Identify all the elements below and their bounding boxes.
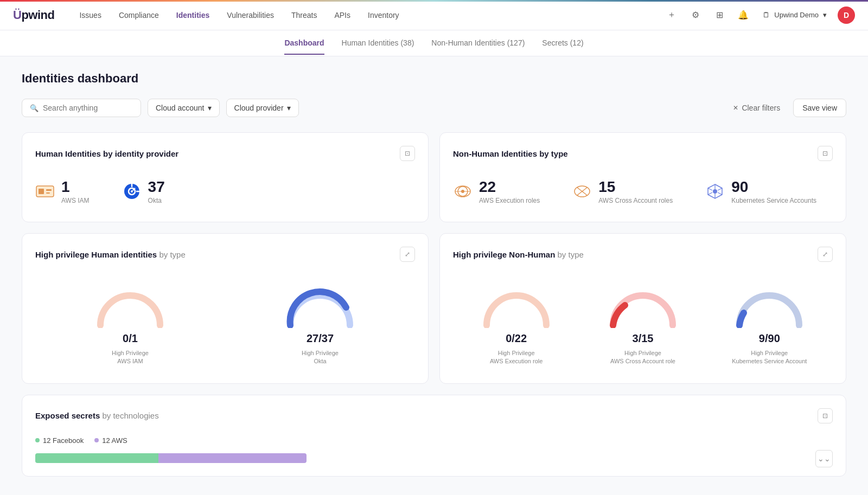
- aws-exec-count: 22 AWS Execution roles: [453, 178, 540, 204]
- aws-iam-gauge: 0/1 High PrivilegeAWS IAM: [92, 279, 168, 366]
- aws-legend-item: 12 AWS: [94, 436, 127, 445]
- k8s-gauge-label: High PrivilegeKubernetes Service Account: [732, 349, 807, 366]
- svg-rect-3: [46, 192, 50, 194]
- aws-exec-label: AWS Execution roles: [479, 197, 540, 204]
- search-input-wrapper[interactable]: 🔍: [22, 99, 141, 117]
- settings-icon[interactable]: ⚙: [687, 7, 704, 24]
- save-view-button[interactable]: Save view: [793, 99, 846, 117]
- k8s-icon: [705, 182, 725, 201]
- scroll-down-button[interactable]: ⌄⌄: [815, 450, 833, 467]
- main-content: Identities dashboard 🔍 Cloud account ▾ C…: [0, 56, 868, 492]
- exposed-secrets-subtitle: by technologies: [102, 411, 158, 420]
- nav-issues[interactable]: Issues: [72, 7, 108, 24]
- cloud-account-label: Cloud account: [156, 104, 205, 112]
- notifications-icon[interactable]: 🔔: [735, 7, 752, 24]
- main-nav: Issues Compliance Identities Vulnerabili…: [72, 7, 663, 24]
- chevron-down-icon: ▾: [823, 11, 827, 19]
- avatar[interactable]: D: [838, 7, 855, 24]
- human-identities-card-title: Human Identities by identity provider: [35, 149, 178, 158]
- k8s-label: Kubernetes Service Accounts: [731, 197, 816, 204]
- search-icon: 🔍: [30, 104, 39, 112]
- chevron-down-icon: ▾: [208, 104, 212, 112]
- k8s-number: 90: [731, 178, 816, 196]
- high-privilege-human-subtitle: by type: [159, 250, 185, 259]
- filters-right: ✕ Clear filters Save view: [726, 99, 846, 117]
- k8s-gauge-svg: [731, 279, 807, 328]
- card-header: Exposed secrets by technologies ⊡: [35, 408, 833, 423]
- tab-human-identities[interactable]: Human Identities (38): [342, 32, 414, 55]
- aws-iam-gauge-label: High PrivilegeAWS IAM: [112, 349, 149, 366]
- okta-count-info: 37 Okta: [148, 178, 165, 204]
- nav-apis[interactable]: APIs: [327, 7, 358, 24]
- card-header: Human Identities by identity provider ⊡: [35, 146, 415, 161]
- okta-gauge-value: 27/37: [307, 332, 334, 345]
- aws-exec-gauge-svg: [478, 279, 554, 328]
- svg-line-18: [718, 192, 722, 195]
- svg-line-17: [718, 188, 722, 190]
- clear-filters-label: Clear filters: [742, 104, 780, 112]
- k8s-count: 90 Kubernetes Service Accounts: [705, 178, 816, 204]
- okta-gauge-label: High PrivilegeOkta: [302, 349, 339, 366]
- okta-gauge-svg: [282, 279, 358, 328]
- page-title: Identities dashboard: [22, 72, 846, 86]
- aws-cross-icon: [572, 182, 592, 201]
- aws-cross-label: AWS Cross Account roles: [598, 197, 673, 204]
- facebook-bar-segment: [35, 453, 158, 463]
- facebook-legend-dot: [35, 438, 40, 442]
- nav-compliance[interactable]: Compliance: [111, 7, 167, 24]
- aws-exec-gauge-label: High PrivilegeAWS Execution role: [490, 349, 542, 366]
- user-menu[interactable]: 🗒 Upwind Demo ▾: [758, 9, 831, 21]
- aws-iam-label: AWS IAM: [61, 197, 90, 204]
- cloud-account-filter[interactable]: Cloud account ▾: [148, 99, 220, 117]
- aws-iam-gauge-value: 0/1: [123, 332, 138, 345]
- okta-label: Okta: [148, 197, 165, 204]
- expand-icon[interactable]: ⊡: [818, 146, 833, 161]
- aws-exec-icon: [453, 182, 473, 201]
- aws-bar-segment: [158, 453, 307, 463]
- human-identity-counts: 1 AWS IAM: [35, 174, 415, 209]
- aws-cross-count-info: 15 AWS Cross Account roles: [598, 178, 673, 204]
- non-human-gauges-row: 0/22 High PrivilegeAWS Execution role 3/…: [453, 275, 833, 370]
- aws-iam-count-info: 1 AWS IAM: [61, 178, 90, 204]
- layout-icon[interactable]: ⊞: [711, 7, 728, 24]
- search-input[interactable]: [43, 104, 133, 112]
- tab-secrets[interactable]: Secrets (12): [542, 32, 583, 55]
- expand-icon[interactable]: ⊡: [400, 146, 415, 161]
- facebook-legend-item: 12 Facebook: [35, 436, 84, 445]
- aws-iam-icon: [35, 182, 55, 201]
- aws-cross-count: 15 AWS Cross Account roles: [572, 178, 673, 204]
- expand-icon[interactable]: ⤢: [818, 247, 833, 262]
- okta-count: 37 Okta: [122, 178, 165, 204]
- aws-legend-label: 12 AWS: [102, 436, 127, 445]
- okta-gauge: 27/37 High PrivilegeOkta: [282, 279, 358, 366]
- secrets-legend: 12 Facebook 12 AWS: [35, 436, 833, 445]
- aws-cross-gauge-svg: [605, 279, 681, 328]
- expand-icon[interactable]: ⊡: [818, 408, 833, 423]
- tab-dashboard[interactable]: Dashboard: [284, 32, 324, 55]
- nav-vulnerabilities[interactable]: Vulnerabilities: [219, 7, 282, 24]
- aws-cross-number: 15: [598, 178, 673, 196]
- svg-rect-2: [46, 189, 52, 191]
- k8s-count-info: 90 Kubernetes Service Accounts: [731, 178, 816, 204]
- svg-rect-1: [39, 189, 44, 194]
- nav-inventory[interactable]: Inventory: [360, 7, 407, 24]
- tab-non-human-identities[interactable]: Non-Human Identities (127): [431, 32, 525, 55]
- aws-exec-number: 22: [479, 178, 540, 196]
- k8s-gauge-value: 9/90: [759, 332, 780, 345]
- aws-iam-count: 1 AWS IAM: [35, 178, 90, 204]
- nav-identities[interactable]: Identities: [169, 7, 217, 24]
- exposed-secrets-card: Exposed secrets by technologies ⊡ 12 Fac…: [22, 395, 846, 477]
- aws-iam-number: 1: [61, 178, 90, 196]
- non-human-identities-card-title: Non-Human Identities by type: [453, 149, 568, 158]
- svg-point-6: [131, 190, 133, 192]
- cloud-provider-filter[interactable]: Cloud provider ▾: [226, 99, 299, 117]
- k8s-gauge: 9/90 High PrivilegeKubernetes Service Ac…: [731, 279, 807, 366]
- nav-threats[interactable]: Threats: [284, 7, 324, 24]
- add-button[interactable]: ＋: [663, 7, 680, 24]
- svg-point-15: [713, 189, 717, 194]
- logo[interactable]: Üpwind: [13, 8, 54, 22]
- aws-exec-count-info: 22 AWS Execution roles: [479, 178, 540, 204]
- expand-icon[interactable]: ⤢: [400, 247, 415, 262]
- clear-filters-button[interactable]: ✕ Clear filters: [726, 99, 787, 117]
- high-privilege-non-human-card: High privilege Non-Human by type ⤢ 0/22 …: [439, 233, 846, 384]
